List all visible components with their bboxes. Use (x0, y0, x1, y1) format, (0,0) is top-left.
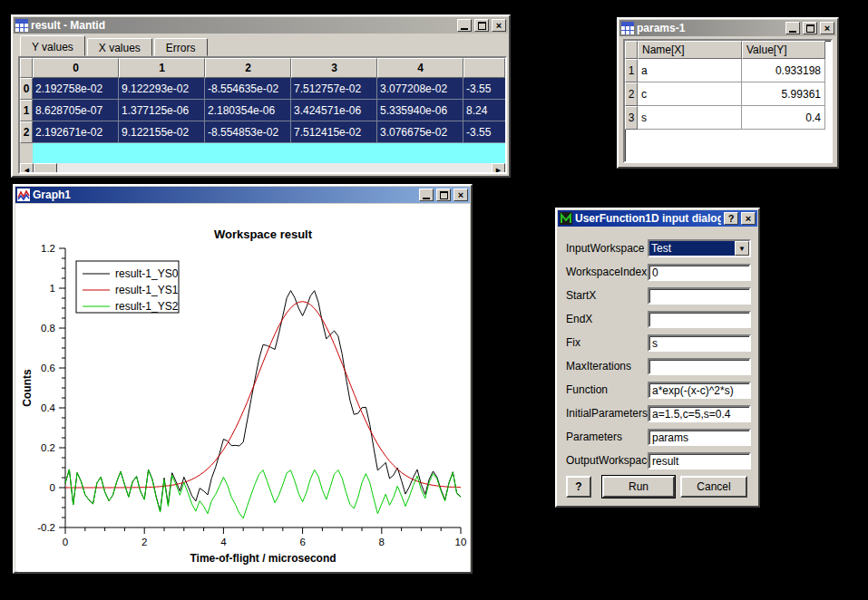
close-button[interactable]: × (454, 189, 468, 201)
help-button[interactable]: ? (566, 476, 591, 498)
close-button[interactable]: × (492, 19, 506, 32)
params-titlebar[interactable]: params-1 × (619, 20, 836, 36)
column-header[interactable]: 0 (33, 58, 119, 78)
param-value-cell[interactable]: 5.99361 (742, 82, 825, 106)
param-name-cell[interactable]: s (638, 106, 742, 130)
minimize-button[interactable] (457, 19, 472, 32)
dialog-title: UserFunction1D input dialog (575, 211, 721, 226)
column-header[interactable]: 1 (119, 58, 205, 78)
table-row: 1 a 0.933198 (625, 59, 831, 82)
graph-titlebar[interactable]: Graph1 × (15, 187, 470, 203)
x-axis-title: Time-of-flight / microsecond (190, 552, 336, 565)
table-cell[interactable]: 3.424571e-06 (291, 100, 377, 121)
y-tick-label: 0 (50, 482, 55, 493)
param-value-cell[interactable]: 0.4 (742, 106, 825, 130)
cancel-button[interactable]: Cancel (680, 476, 747, 498)
column-header[interactable]: 2 (205, 58, 291, 78)
table-cell[interactable]: 9.122293e-02 (119, 78, 205, 100)
table-cell[interactable]: 3.077208e-02 (377, 78, 463, 100)
corner-header-cell (20, 58, 33, 78)
window-params-1: params-1 × Name[X] Value[Y] 1 a 0.933198… (617, 17, 839, 169)
tab-x-values[interactable]: X values (87, 38, 152, 56)
row-header[interactable]: 1 (20, 100, 33, 121)
label-startx: StartX (566, 289, 649, 302)
table-cell[interactable]: 7.512415e-02 (291, 121, 377, 143)
series-line-result-1_YS1 (65, 302, 461, 488)
table-cell[interactable]: 5.335940e-06 (377, 100, 463, 121)
parameters-field[interactable] (648, 429, 751, 446)
scroll-left-button[interactable]: ◀ (20, 163, 34, 174)
table-cell[interactable]: 2.180354e-06 (205, 100, 291, 121)
result-table: 0 1 2 3 4 0 2.192758e-02 9.122293e-02 -8… (18, 56, 507, 174)
initialparameters-field[interactable] (648, 405, 751, 422)
column-header-name[interactable]: Name[X] (638, 41, 742, 59)
row-header[interactable]: 0 (20, 78, 33, 100)
function-field[interactable] (648, 382, 751, 399)
dialog-titlebar[interactable]: UserFunction1D input dialog ? × (558, 210, 757, 227)
y-tick-label: 0.2 (41, 442, 55, 453)
table-cell[interactable]: -3.55 (463, 78, 505, 100)
params-window-title: params-1 (637, 21, 783, 35)
param-name-cell[interactable]: a (638, 59, 742, 82)
table-cell[interactable]: 8.24 (463, 100, 505, 121)
table-cell[interactable]: -3.55 (463, 121, 505, 143)
table-cell[interactable]: 1.377125e-06 (119, 100, 205, 121)
maximize-button[interactable] (436, 189, 451, 201)
x-tick-label: 10 (455, 537, 467, 547)
table-cell[interactable]: -8.554635e-02 (205, 78, 291, 100)
y-tick-label: -0.2 (37, 522, 55, 533)
table-cell[interactable]: -8.554853e-02 (205, 121, 291, 143)
table-cell[interactable]: 8.628705e-07 (33, 100, 119, 121)
minimize-button[interactable] (419, 189, 434, 201)
row-header[interactable]: 2 (20, 121, 33, 143)
desktop: result - Mantid × Y values X values Erro… (0, 0, 868, 600)
close-button[interactable]: × (741, 212, 756, 225)
startx-field[interactable] (648, 287, 751, 305)
scroll-right-button[interactable]: ▶ (492, 163, 505, 174)
table-cell[interactable]: 9.122155e-02 (119, 121, 205, 143)
row-header[interactable]: 3 (625, 106, 638, 130)
maximize-button[interactable] (474, 19, 489, 32)
column-header-value[interactable]: Value[Y] (742, 41, 825, 59)
table-row: 3 s 0.4 (625, 106, 831, 130)
run-button[interactable]: Run (602, 476, 675, 498)
table-cell[interactable]: 3.076675e-02 (377, 121, 463, 143)
outputworkspace-field[interactable] (648, 452, 751, 469)
scrollbar-track[interactable] (57, 163, 492, 174)
legend-entry: result-1_YS2 (115, 300, 179, 313)
workspace-result-plot[interactable]: Workspace result-0.200.20.40.60.811.2024… (17, 206, 470, 572)
fix-field[interactable] (648, 334, 751, 352)
chart-title: Workspace result (214, 227, 313, 241)
column-header[interactable]: 3 (291, 58, 377, 78)
result-titlebar[interactable]: result - Mantid × (14, 17, 508, 34)
y-tick-label: 0.4 (41, 402, 56, 413)
label-outputworkspace: OutputWorkspace (566, 454, 649, 467)
maxiterations-field[interactable] (648, 358, 751, 375)
column-header[interactable]: 4 (377, 58, 463, 78)
table-empty-area (33, 143, 505, 163)
tab-errors[interactable]: Errors (154, 38, 208, 56)
workspaceindex-field[interactable] (648, 264, 751, 281)
help-titlebar-button[interactable]: ? (724, 212, 738, 225)
close-button[interactable]: × (820, 22, 834, 34)
series-line-result-1_YS2 (65, 469, 461, 518)
row-header[interactable]: 1 (625, 59, 638, 82)
param-value-cell[interactable]: 0.933198 (742, 59, 825, 82)
scrollbar-thumb[interactable] (34, 163, 57, 174)
dialog-userfunction1d: UserFunction1D input dialog ? × InputWor… (555, 208, 760, 508)
row-header[interactable]: 2 (625, 82, 638, 106)
table-cell[interactable]: 2.192671e-02 (33, 121, 119, 143)
minimize-button[interactable] (785, 22, 800, 34)
table-row: 2 2.192671e-02 9.122155e-02 -8.554853e-0… (20, 121, 505, 143)
table-cell[interactable]: 7.512757e-02 (291, 78, 377, 100)
maximize-button[interactable] (803, 22, 817, 34)
chevron-down-icon[interactable]: ▼ (735, 241, 749, 256)
inputworkspace-combobox[interactable]: Test ▼ (648, 239, 751, 257)
param-name-cell[interactable]: c (638, 82, 742, 106)
horizontal-scrollbar[interactable]: ◀ ▶ (20, 163, 505, 174)
table-cell[interactable]: 2.192758e-02 (33, 78, 119, 100)
endx-field[interactable] (648, 311, 751, 328)
column-header[interactable] (463, 58, 505, 78)
tab-y-values[interactable]: Y values (20, 35, 85, 56)
y-tick-label: 0.8 (41, 323, 55, 334)
